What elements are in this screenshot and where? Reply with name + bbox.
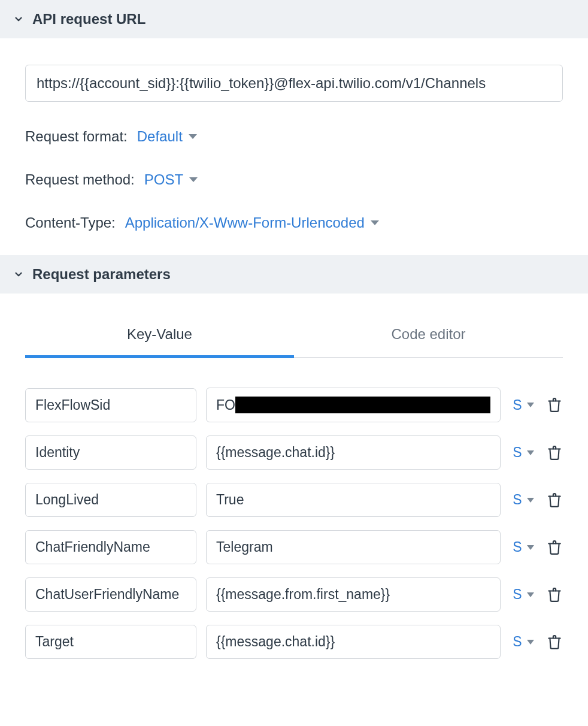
- param-key-input[interactable]: [25, 435, 196, 470]
- request-method-label: Request method:: [25, 171, 135, 188]
- param-type-dropdown[interactable]: S: [510, 586, 537, 603]
- request-format-row: Request format: Default: [25, 128, 563, 145]
- tab-code-editor[interactable]: Code editor: [294, 311, 563, 357]
- caret-down-icon: [371, 220, 379, 225]
- param-value-prefix: FO: [216, 397, 235, 413]
- section-header-api-url[interactable]: API request URL: [0, 0, 588, 38]
- request-method-dropdown[interactable]: POST: [144, 171, 198, 188]
- request-format-label: Request format:: [25, 128, 128, 145]
- param-value-input[interactable]: {{message.chat.id}}: [206, 435, 501, 470]
- param-key-input[interactable]: [25, 388, 196, 422]
- params-tabs: Key-Value Code editor: [25, 311, 563, 358]
- content-type-value: Application/X-Www-Form-Urlencoded: [125, 214, 365, 231]
- caret-down-icon: [527, 450, 534, 455]
- param-key-input[interactable]: [25, 625, 196, 659]
- caret-down-icon: [527, 403, 534, 407]
- request-format-value: Default: [137, 128, 183, 145]
- param-type-dropdown[interactable]: S: [510, 539, 537, 555]
- param-value-input[interactable]: FO: [206, 388, 501, 422]
- param-type-dropdown[interactable]: S: [510, 634, 537, 650]
- param-type-label: S: [513, 397, 522, 413]
- param-key-input[interactable]: [25, 483, 196, 517]
- param-type-label: S: [513, 539, 522, 555]
- section-title: API request URL: [32, 11, 146, 28]
- trash-icon[interactable]: [546, 633, 563, 651]
- param-value-input[interactable]: {{message.chat.id}}: [206, 625, 501, 659]
- params-list: FOS{{message.chat.id}}STrueSTelegramS{{m…: [0, 358, 588, 684]
- param-type-label: S: [513, 586, 522, 603]
- chevron-down-icon: [13, 14, 24, 25]
- content-type-row: Content-Type: Application/X-Www-Form-Url…: [25, 214, 563, 231]
- trash-icon[interactable]: [546, 586, 563, 604]
- caret-down-icon: [527, 592, 534, 597]
- param-type-dropdown[interactable]: S: [510, 397, 537, 413]
- request-method-row: Request method: POST: [25, 171, 563, 188]
- param-key-input[interactable]: [25, 530, 196, 564]
- param-type-label: S: [513, 492, 522, 508]
- section-header-request-params[interactable]: Request parameters: [0, 255, 588, 294]
- caret-down-icon: [527, 545, 534, 550]
- tab-key-value[interactable]: Key-Value: [25, 311, 294, 357]
- param-value-input[interactable]: Telegram: [206, 530, 501, 564]
- trash-icon[interactable]: [546, 491, 563, 509]
- caret-down-icon: [189, 134, 197, 139]
- param-value-input[interactable]: {{message.from.first_name}}: [206, 577, 501, 612]
- param-row: {{message.from.first_name}}S: [25, 577, 563, 612]
- caret-down-icon: [527, 640, 534, 645]
- redacted-value: [235, 397, 490, 413]
- api-url-input[interactable]: [25, 65, 563, 102]
- request-method-value: POST: [144, 171, 183, 188]
- param-type-label: S: [513, 444, 522, 461]
- param-type-dropdown[interactable]: S: [510, 444, 537, 461]
- param-type-label: S: [513, 634, 522, 650]
- param-row: {{message.chat.id}}S: [25, 435, 563, 470]
- chevron-down-icon: [13, 269, 24, 280]
- request-format-dropdown[interactable]: Default: [137, 128, 197, 145]
- caret-down-icon: [189, 177, 198, 182]
- trash-icon[interactable]: [546, 396, 563, 414]
- param-type-dropdown[interactable]: S: [510, 492, 537, 508]
- param-row: FOS: [25, 388, 563, 422]
- trash-icon[interactable]: [546, 539, 563, 556]
- param-value-input[interactable]: True: [206, 483, 501, 517]
- content-type-label: Content-Type:: [25, 214, 116, 231]
- api-url-body: Request format: Default Request method: …: [0, 38, 588, 255]
- param-row: {{message.chat.id}}S: [25, 625, 563, 659]
- param-row: TelegramS: [25, 530, 563, 564]
- param-key-input[interactable]: [25, 577, 196, 612]
- caret-down-icon: [527, 498, 534, 503]
- trash-icon[interactable]: [546, 444, 563, 462]
- content-type-dropdown[interactable]: Application/X-Www-Form-Urlencoded: [125, 214, 379, 231]
- param-row: TrueS: [25, 483, 563, 517]
- section-title: Request parameters: [32, 266, 171, 283]
